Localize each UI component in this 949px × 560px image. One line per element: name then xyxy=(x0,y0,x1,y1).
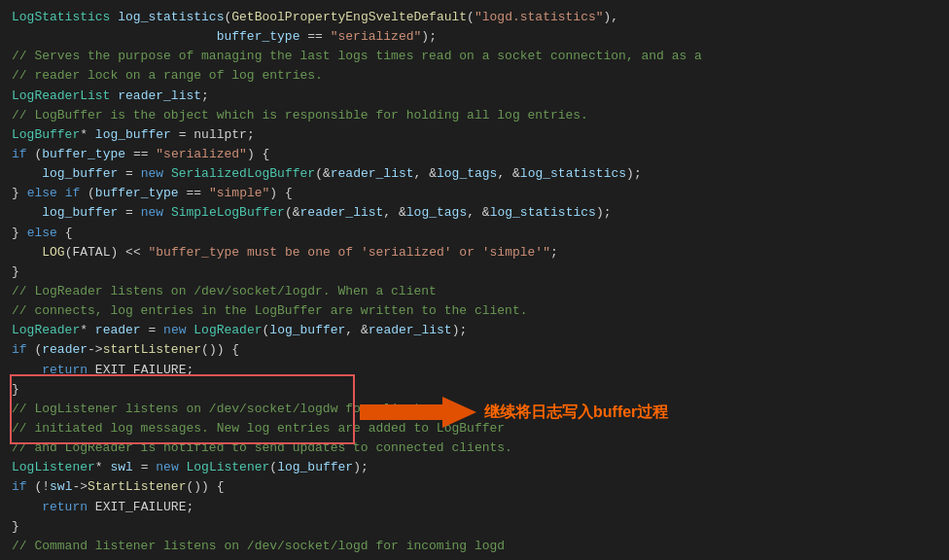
annotation-arrow: 继续将日志写入buffer过程 xyxy=(360,395,668,430)
code-line: // LogBuffer is the object which is resp… xyxy=(12,106,937,125)
code-line: // and LogReader is notified to send upd… xyxy=(12,438,937,458)
code-line: return EXIT_FAILURE; xyxy=(12,361,937,380)
highlighted-line-4: } xyxy=(12,517,937,537)
code-line: LOG(FATAL) << "buffer_type must be one o… xyxy=(12,243,937,262)
code-line: // connects, log entries in the LogBuffe… xyxy=(12,301,937,321)
arrow-icon xyxy=(360,395,476,430)
code-line: // administrative commands. xyxy=(12,556,937,560)
code-line: LogReaderList reader_list; xyxy=(12,87,937,106)
annotation-text: 继续将日志写入buffer过程 xyxy=(484,401,668,425)
code-line: log_buffer = new SimpleLogBuffer(&reader… xyxy=(12,203,937,223)
code-line: if (buffer_type == "serialized") { xyxy=(12,145,937,164)
code-line: LogStatistics log_statistics(GetBoolProp… xyxy=(12,8,937,27)
highlighted-line-3: return EXIT_FAILURE; xyxy=(12,498,937,517)
code-line: } else if (buffer_type == "simple") { xyxy=(12,184,937,203)
code-line: LogBuffer* log_buffer = nullptr; xyxy=(12,125,937,145)
code-line: LogReader* reader = new LogReader(log_bu… xyxy=(12,321,937,340)
code-line: log_buffer = new SerializedLogBuffer(&re… xyxy=(12,164,937,184)
code-editor: LogStatistics log_statistics(GetBoolProp… xyxy=(0,0,949,560)
code-line: } else { xyxy=(12,224,937,243)
code-line: // reader lock on a range of log entries… xyxy=(12,66,937,86)
svg-marker-1 xyxy=(360,397,476,428)
code-line: // Command listener listens on /dev/sock… xyxy=(12,537,937,556)
code-line: buffer_type == "serialized"); xyxy=(12,27,937,47)
code-line: // Serves the purpose of managing the la… xyxy=(12,47,937,66)
highlighted-line-1: LogListener* swl = new LogListener(log_b… xyxy=(12,458,937,477)
code-line: // LogReader listens on /dev/socket/logd… xyxy=(12,282,937,301)
code-line: if (reader->startListener()) { xyxy=(12,340,937,360)
highlighted-line-2: if (!swl->StartListener()) { xyxy=(12,477,937,497)
code-line: } xyxy=(12,262,937,282)
